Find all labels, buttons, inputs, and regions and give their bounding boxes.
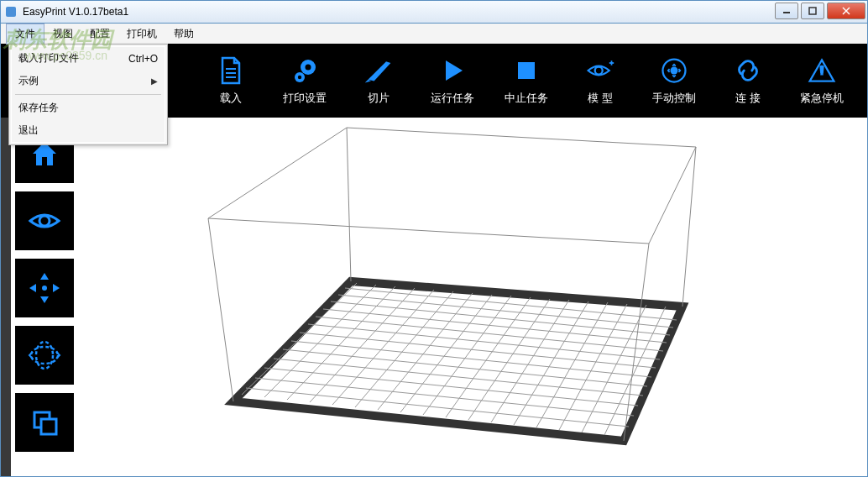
gears-icon — [290, 55, 320, 86]
toolbar-model[interactable]: 模 型 — [563, 44, 637, 118]
titlebar: EasyPrint V1.0.17beta1 — [0, 0, 868, 24]
app-icon — [4, 5, 18, 18]
tool-move[interactable] — [15, 259, 74, 317]
minimize-button[interactable] — [775, 3, 798, 19]
toolbar-label: 中止任务 — [505, 91, 548, 106]
svg-rect-0 — [6, 7, 16, 17]
toolbar-slice[interactable]: 切片 — [342, 44, 416, 118]
content-area — [0, 118, 868, 477]
svg-point-18 — [39, 216, 50, 226]
left-gray-strip — [1, 118, 11, 476]
menu-config[interactable]: 配置 — [81, 24, 118, 44]
svg-rect-12 — [518, 62, 535, 79]
menu-exit[interactable]: 退出 — [12, 119, 165, 142]
menubar: 文件 视图 配置 打印机 帮助 — [0, 24, 868, 44]
submenu-arrow-icon: ▶ — [151, 76, 158, 86]
menu-printer[interactable]: 打印机 — [118, 24, 165, 44]
svg-point-11 — [298, 76, 301, 79]
file-dropdown: 载入打印文件 Ctrl+O 示例 ▶ 保存任务 退出 — [8, 44, 168, 145]
svg-point-21 — [36, 342, 53, 369]
warning-triangle-icon — [807, 55, 837, 86]
window-title: EasyPrint V1.0.17beta1 — [23, 6, 128, 18]
svg-point-9 — [306, 65, 311, 71]
svg-point-17 — [671, 67, 678, 75]
build-volume-wireframe — [78, 118, 867, 476]
close-button[interactable] — [827, 3, 865, 19]
toolbar-label: 紧急停机 — [800, 91, 844, 106]
toolbar-label: 载入 — [220, 91, 242, 106]
menu-item-label: 保存任务 — [18, 101, 59, 115]
menu-load-print-file[interactable]: 载入打印文件 Ctrl+O — [12, 47, 165, 70]
svg-rect-23 — [41, 419, 56, 434]
svg-point-13 — [595, 67, 603, 75]
toolbar-run-task[interactable]: 运行任务 — [416, 44, 489, 118]
menu-view[interactable]: 视图 — [44, 24, 81, 44]
menu-separator — [15, 94, 161, 95]
document-icon — [216, 55, 246, 86]
eye-plus-icon — [585, 55, 615, 86]
menu-help[interactable]: 帮助 — [165, 24, 202, 44]
toolbar-label: 模 型 — [588, 91, 613, 106]
toolbar-emergency-stop[interactable]: 紧急停机 — [785, 44, 859, 118]
toolbar-label: 手动控制 — [652, 91, 696, 106]
left-toolbar — [11, 118, 78, 476]
svg-line-37 — [536, 302, 608, 427]
link-icon — [733, 55, 763, 86]
toolbar-connect[interactable]: 连 接 — [711, 44, 785, 118]
toolbar-label: 运行任务 — [431, 91, 474, 106]
play-icon — [437, 55, 468, 86]
tool-rotate[interactable] — [15, 326, 74, 385]
window-controls — [775, 3, 865, 19]
stop-icon — [511, 55, 541, 86]
3d-viewport[interactable] — [78, 118, 867, 476]
menu-item-shortcut: Ctrl+O — [128, 53, 158, 65]
menu-file[interactable]: 文件 — [6, 24, 44, 45]
toolbar-label: 连 接 — [735, 91, 761, 106]
maximize-button[interactable] — [801, 3, 824, 19]
toolbar-manual-control[interactable]: 手动控制 — [637, 44, 711, 118]
menu-save-task[interactable]: 保存任务 — [12, 97, 165, 119]
toolbar-stop-task[interactable]: 中止任务 — [489, 44, 563, 118]
svg-point-19 — [42, 286, 47, 291]
toolbar-label: 打印设置 — [283, 91, 327, 106]
svg-line-36 — [514, 301, 588, 425]
menu-item-label: 示例 — [18, 74, 39, 88]
tool-view[interactable] — [15, 191, 74, 250]
menu-item-label: 退出 — [18, 123, 39, 138]
menu-example[interactable]: 示例 ▶ — [12, 70, 165, 92]
svg-line-34 — [468, 299, 550, 420]
toolbar-print-settings[interactable]: 打印设置 — [268, 44, 342, 118]
toolbar-label: 切片 — [368, 91, 390, 106]
tool-copy[interactable] — [15, 393, 74, 452]
svg-line-38 — [559, 304, 627, 430]
knife-icon — [363, 55, 394, 86]
toolbar-load[interactable]: 载入 — [194, 44, 268, 118]
svg-rect-2 — [809, 8, 816, 14]
target-home-icon — [659, 55, 689, 86]
menu-item-label: 载入打印文件 — [18, 51, 79, 66]
